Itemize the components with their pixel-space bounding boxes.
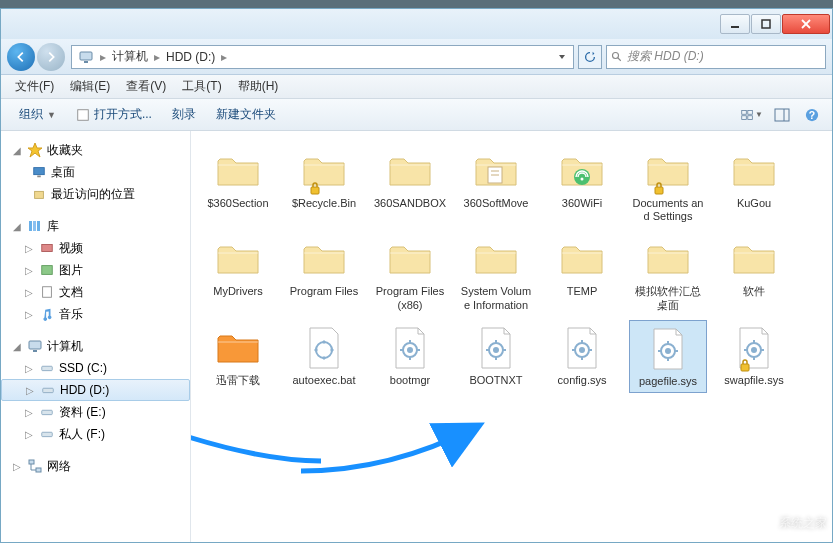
svg-rect-28 xyxy=(42,366,53,370)
view-button[interactable]: ▼ xyxy=(740,104,764,126)
openwith-button[interactable]: 打开方式... xyxy=(66,106,162,123)
folder-icon xyxy=(730,235,778,283)
file-item[interactable]: BOOTNXT xyxy=(457,320,535,393)
search-box[interactable]: 搜索 HDD (D:) xyxy=(606,45,826,69)
address-dropdown[interactable] xyxy=(553,53,571,61)
nav-favorites-header[interactable]: ◢收藏夹 xyxy=(1,139,190,161)
svg-rect-22 xyxy=(37,221,40,231)
drive-icon xyxy=(40,382,56,398)
svg-text:?: ? xyxy=(809,108,815,120)
file-item[interactable]: autoexec.bat xyxy=(285,320,363,393)
nav-drive-c[interactable]: ▷SSD (C:) xyxy=(1,357,190,379)
minimize-button[interactable] xyxy=(720,14,750,34)
nav-videos[interactable]: ▷视频 xyxy=(1,237,190,259)
file-item[interactable]: 360SANDBOX xyxy=(371,143,449,227)
file-item[interactable]: Documents and Settings xyxy=(629,143,707,227)
file-item[interactable]: KuGou xyxy=(715,143,793,227)
annotation-arrow xyxy=(291,421,491,484)
svg-rect-42 xyxy=(655,187,663,194)
burn-button[interactable]: 刻录 xyxy=(162,106,206,123)
address-bar[interactable]: ▸ 计算机 ▸ HDD (D:) ▸ xyxy=(71,45,574,69)
nav-drive-d[interactable]: ▷HDD (D:) xyxy=(1,379,190,401)
file-item[interactable]: MyDrivers xyxy=(199,231,277,315)
svg-point-49 xyxy=(579,347,585,353)
folder-icon xyxy=(558,235,606,283)
breadcrumb-drive[interactable]: HDD (D:) xyxy=(162,46,219,68)
menu-help[interactable]: 帮助(H) xyxy=(230,78,287,95)
folder-icon xyxy=(300,235,348,283)
file-icon xyxy=(644,325,692,373)
menu-bar: 文件(F) 编辑(E) 查看(V) 工具(T) 帮助(H) xyxy=(1,75,832,99)
refresh-button[interactable] xyxy=(578,45,602,69)
recent-icon xyxy=(31,186,47,202)
file-icon xyxy=(472,324,520,372)
organize-button[interactable]: 组织▼ xyxy=(9,106,66,123)
svg-rect-11 xyxy=(742,115,747,119)
chevron-right-icon[interactable]: ▸ xyxy=(152,50,162,64)
library-icon xyxy=(27,218,43,234)
search-icon xyxy=(611,51,623,63)
file-item[interactable]: Program Files (x86) xyxy=(371,231,449,315)
file-item[interactable]: 模拟软件汇总桌面 xyxy=(629,231,707,315)
newfolder-button[interactable]: 新建文件夹 xyxy=(206,106,286,123)
help-button[interactable]: ? xyxy=(800,104,824,126)
file-item[interactable]: 软件 xyxy=(715,231,793,315)
titlebar xyxy=(1,9,832,39)
file-item[interactable]: $360Section xyxy=(199,143,277,227)
file-item[interactable]: 360SoftMove xyxy=(457,143,535,227)
file-label: MyDrivers xyxy=(213,285,263,298)
svg-point-53 xyxy=(751,347,757,353)
svg-rect-10 xyxy=(748,110,753,114)
breadcrumb-computer[interactable]: 计算机 xyxy=(108,46,152,68)
nav-recent[interactable]: 最近访问的位置 xyxy=(1,183,190,205)
content-area: ◢收藏夹 桌面 最近访问的位置 ◢库 ▷视频 ▷图片 ▷文档 ▷音乐 ◢计算机 … xyxy=(1,131,832,542)
menu-edit[interactable]: 编辑(E) xyxy=(62,78,118,95)
chevron-right-icon[interactable]: ▸ xyxy=(98,50,108,64)
file-item[interactable]: pagefile.sys xyxy=(629,320,707,393)
file-item[interactable]: System Volume Information xyxy=(457,231,535,315)
nav-drive-e[interactable]: ▷资料 (E:) xyxy=(1,401,190,423)
file-icon xyxy=(730,324,778,372)
menu-view[interactable]: 查看(V) xyxy=(118,78,174,95)
svg-rect-36 xyxy=(311,187,319,194)
maximize-button[interactable] xyxy=(751,14,781,34)
file-item[interactable]: config.sys xyxy=(543,320,621,393)
file-item[interactable]: 360WiFi xyxy=(543,143,621,227)
forward-button[interactable] xyxy=(37,43,65,71)
file-label: 360SoftMove xyxy=(464,197,529,210)
close-button[interactable] xyxy=(782,14,830,34)
folder-icon xyxy=(214,324,262,372)
nav-pictures[interactable]: ▷图片 xyxy=(1,259,190,281)
nav-network: ▷网络 xyxy=(1,455,190,477)
file-item[interactable]: 迅雷下载 xyxy=(199,320,277,393)
svg-rect-23 xyxy=(42,245,53,252)
file-item[interactable]: TEMP xyxy=(543,231,621,315)
nav-music[interactable]: ▷音乐 xyxy=(1,303,190,325)
menu-file[interactable]: 文件(F) xyxy=(7,78,62,95)
nav-desktop[interactable]: 桌面 xyxy=(1,161,190,183)
file-icon xyxy=(300,324,348,372)
preview-pane-button[interactable] xyxy=(770,104,794,126)
file-icon xyxy=(558,324,606,372)
menu-tools[interactable]: 工具(T) xyxy=(174,78,229,95)
file-item[interactable]: $Recycle.Bin xyxy=(285,143,363,227)
folder-icon xyxy=(730,147,778,195)
chevron-right-icon[interactable]: ▸ xyxy=(219,50,229,64)
nav-network-header[interactable]: ▷网络 xyxy=(1,455,190,477)
nav-drive-f[interactable]: ▷私人 (F:) xyxy=(1,423,190,445)
file-label: 模拟软件汇总桌面 xyxy=(631,285,705,311)
file-item[interactable]: bootmgr xyxy=(371,320,449,393)
svg-line-7 xyxy=(618,57,621,60)
nav-computer-header[interactable]: ◢计算机 xyxy=(1,335,190,357)
svg-rect-1 xyxy=(762,20,770,28)
file-pane[interactable]: $360Section$Recycle.Bin360SANDBOX360Soft… xyxy=(191,131,832,542)
nav-libraries-header[interactable]: ◢库 xyxy=(1,215,190,237)
file-label: Program Files (x86) xyxy=(373,285,447,311)
nav-libraries: ◢库 ▷视频 ▷图片 ▷文档 ▷音乐 xyxy=(1,215,190,325)
file-item[interactable]: swapfile.sys xyxy=(715,320,793,393)
file-item[interactable]: Program Files xyxy=(285,231,363,315)
nav-documents[interactable]: ▷文档 xyxy=(1,281,190,303)
folder-icon xyxy=(214,235,262,283)
back-button[interactable] xyxy=(7,43,35,71)
drive-icon xyxy=(39,404,55,420)
